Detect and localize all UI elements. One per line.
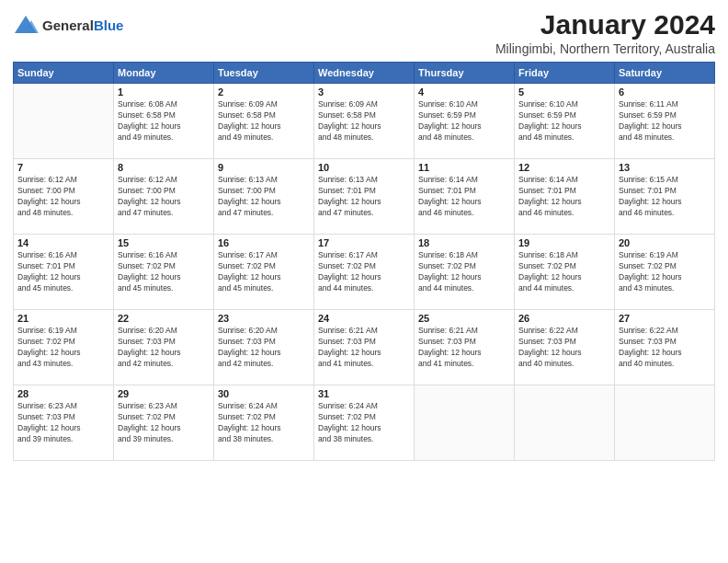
day-info: Sunrise: 6:08 AMSunset: 6:58 PMDaylight:…: [118, 99, 210, 144]
calendar-cell: 13Sunrise: 6:15 AMSunset: 7:01 PMDayligh…: [615, 159, 715, 235]
day-number: 14: [17, 237, 109, 248]
day-number: 26: [518, 313, 610, 324]
day-info: Sunrise: 6:16 AMSunset: 7:02 PMDaylight:…: [118, 250, 210, 294]
calendar-cell: 4Sunrise: 6:10 AMSunset: 6:59 PMDaylight…: [415, 84, 515, 159]
calendar-cell: 21Sunrise: 6:19 AMSunset: 7:02 PMDayligh…: [14, 310, 114, 385]
day-number: 11: [418, 162, 510, 173]
day-number: 31: [318, 388, 410, 399]
logo-icon: [13, 13, 39, 39]
day-info: Sunrise: 6:24 AMSunset: 7:02 PMDaylight:…: [218, 401, 310, 445]
header-cell-sunday: Sunday: [14, 63, 114, 84]
calendar-cell: 18Sunrise: 6:18 AMSunset: 7:02 PMDayligh…: [415, 235, 515, 310]
calendar-cell: 8Sunrise: 6:12 AMSunset: 7:00 PMDaylight…: [114, 159, 214, 235]
day-info: Sunrise: 6:09 AMSunset: 6:58 PMDaylight:…: [318, 99, 410, 144]
page: GeneralBlue January 2024 Milingimbi, Nor…: [0, 0, 728, 563]
header: GeneralBlue January 2024 Milingimbi, Nor…: [13, 9, 715, 56]
day-info: Sunrise: 6:16 AMSunset: 7:01 PMDaylight:…: [17, 250, 109, 294]
logo-general: GeneralBlue: [42, 17, 123, 34]
calendar-cell: 22Sunrise: 6:20 AMSunset: 7:03 PMDayligh…: [114, 310, 214, 385]
calendar-cell: 10Sunrise: 6:13 AMSunset: 7:01 PMDayligh…: [314, 159, 415, 235]
calendar-cell: 1Sunrise: 6:08 AMSunset: 6:58 PMDaylight…: [114, 84, 214, 159]
calendar-cell: 25Sunrise: 6:21 AMSunset: 7:03 PMDayligh…: [415, 310, 515, 385]
day-number: 22: [118, 313, 210, 324]
calendar-cell: 3Sunrise: 6:09 AMSunset: 6:58 PMDaylight…: [314, 84, 415, 159]
day-info: Sunrise: 6:17 AMSunset: 7:02 PMDaylight:…: [318, 250, 410, 294]
calendar-cell: 17Sunrise: 6:17 AMSunset: 7:02 PMDayligh…: [314, 235, 415, 310]
day-info: Sunrise: 6:15 AMSunset: 7:01 PMDaylight:…: [619, 175, 711, 219]
header-cell-friday: Friday: [515, 63, 615, 84]
day-number: 19: [518, 237, 610, 248]
day-number: 29: [118, 388, 210, 399]
calendar-cell: 14Sunrise: 6:16 AMSunset: 7:01 PMDayligh…: [14, 235, 114, 310]
day-info: Sunrise: 6:14 AMSunset: 7:01 PMDaylight:…: [518, 175, 610, 219]
calendar-week-row: 28Sunrise: 6:23 AMSunset: 7:03 PMDayligh…: [14, 385, 715, 461]
day-info: Sunrise: 6:21 AMSunset: 7:03 PMDaylight:…: [418, 326, 510, 370]
calendar-cell: 2Sunrise: 6:09 AMSunset: 6:58 PMDaylight…: [214, 84, 314, 159]
day-number: 30: [218, 388, 310, 399]
calendar-cell: 5Sunrise: 6:10 AMSunset: 6:59 PMDaylight…: [515, 84, 615, 159]
day-number: 20: [619, 237, 711, 248]
day-number: 17: [318, 237, 410, 248]
day-info: Sunrise: 6:22 AMSunset: 7:03 PMDaylight:…: [518, 326, 610, 370]
day-number: 3: [318, 86, 410, 98]
day-number: 13: [619, 162, 711, 173]
day-info: Sunrise: 6:17 AMSunset: 7:02 PMDaylight:…: [218, 250, 310, 294]
calendar-week-row: 1Sunrise: 6:08 AMSunset: 6:58 PMDaylight…: [14, 84, 715, 159]
day-info: Sunrise: 6:24 AMSunset: 7:02 PMDaylight:…: [318, 401, 410, 445]
day-info: Sunrise: 6:12 AMSunset: 7:00 PMDaylight:…: [17, 175, 109, 219]
day-number: 15: [118, 237, 210, 248]
calendar-cell: 9Sunrise: 6:13 AMSunset: 7:00 PMDaylight…: [214, 159, 314, 235]
calendar-cell: 28Sunrise: 6:23 AMSunset: 7:03 PMDayligh…: [14, 385, 114, 461]
day-info: Sunrise: 6:21 AMSunset: 7:03 PMDaylight:…: [318, 326, 410, 370]
day-info: Sunrise: 6:10 AMSunset: 6:59 PMDaylight:…: [518, 99, 610, 144]
calendar-cell: 24Sunrise: 6:21 AMSunset: 7:03 PMDayligh…: [314, 310, 415, 385]
day-number: 8: [118, 162, 210, 173]
day-number: 12: [518, 162, 610, 173]
day-number: 2: [218, 86, 310, 98]
calendar-header-row: SundayMondayTuesdayWednesdayThursdayFrid…: [14, 63, 715, 84]
day-number: 28: [17, 388, 109, 399]
calendar-cell: 7Sunrise: 6:12 AMSunset: 7:00 PMDaylight…: [14, 159, 114, 235]
day-info: Sunrise: 6:11 AMSunset: 6:59 PMDaylight:…: [619, 99, 711, 144]
calendar-cell: [415, 385, 515, 461]
day-info: Sunrise: 6:19 AMSunset: 7:02 PMDaylight:…: [17, 326, 109, 370]
day-number: 16: [218, 237, 310, 248]
header-cell-monday: Monday: [114, 63, 214, 84]
day-number: 1: [118, 86, 210, 98]
calendar-week-row: 21Sunrise: 6:19 AMSunset: 7:02 PMDayligh…: [14, 310, 715, 385]
calendar-week-row: 7Sunrise: 6:12 AMSunset: 7:00 PMDaylight…: [14, 159, 715, 235]
location-title: Milingimbi, Northern Territory, Australi…: [495, 41, 715, 56]
day-info: Sunrise: 6:20 AMSunset: 7:03 PMDaylight:…: [218, 326, 310, 370]
day-info: Sunrise: 6:13 AMSunset: 7:00 PMDaylight:…: [218, 175, 310, 219]
day-number: 9: [218, 162, 310, 173]
day-info: Sunrise: 6:13 AMSunset: 7:01 PMDaylight:…: [318, 175, 410, 219]
calendar-cell: 15Sunrise: 6:16 AMSunset: 7:02 PMDayligh…: [114, 235, 214, 310]
calendar-cell: 27Sunrise: 6:22 AMSunset: 7:03 PMDayligh…: [615, 310, 715, 385]
logo: GeneralBlue: [13, 13, 123, 39]
day-number: 6: [619, 86, 711, 98]
title-block: January 2024 Milingimbi, Northern Territ…: [495, 9, 715, 56]
calendar-cell: 26Sunrise: 6:22 AMSunset: 7:03 PMDayligh…: [515, 310, 615, 385]
day-info: Sunrise: 6:10 AMSunset: 6:59 PMDaylight:…: [418, 99, 510, 144]
day-info: Sunrise: 6:20 AMSunset: 7:03 PMDaylight:…: [118, 326, 210, 370]
header-cell-tuesday: Tuesday: [214, 63, 314, 84]
day-number: 7: [17, 162, 109, 173]
day-number: 21: [17, 313, 109, 324]
header-cell-wednesday: Wednesday: [314, 63, 415, 84]
day-info: Sunrise: 6:18 AMSunset: 7:02 PMDaylight:…: [518, 250, 610, 294]
header-cell-thursday: Thursday: [415, 63, 515, 84]
day-number: 24: [318, 313, 410, 324]
day-info: Sunrise: 6:09 AMSunset: 6:58 PMDaylight:…: [218, 99, 310, 144]
day-number: 4: [418, 86, 510, 98]
calendar-cell: [615, 385, 715, 461]
month-title: January 2024: [495, 9, 715, 40]
day-info: Sunrise: 6:18 AMSunset: 7:02 PMDaylight:…: [418, 250, 510, 294]
logo-text: GeneralBlue: [42, 17, 123, 34]
calendar-cell: 20Sunrise: 6:19 AMSunset: 7:02 PMDayligh…: [615, 235, 715, 310]
calendar-cell: 23Sunrise: 6:20 AMSunset: 7:03 PMDayligh…: [214, 310, 314, 385]
calendar-cell: [14, 84, 114, 159]
header-cell-saturday: Saturday: [615, 63, 715, 84]
calendar-table: SundayMondayTuesdayWednesdayThursdayFrid…: [13, 62, 715, 461]
day-number: 5: [518, 86, 610, 98]
calendar-cell: 16Sunrise: 6:17 AMSunset: 7:02 PMDayligh…: [214, 235, 314, 310]
